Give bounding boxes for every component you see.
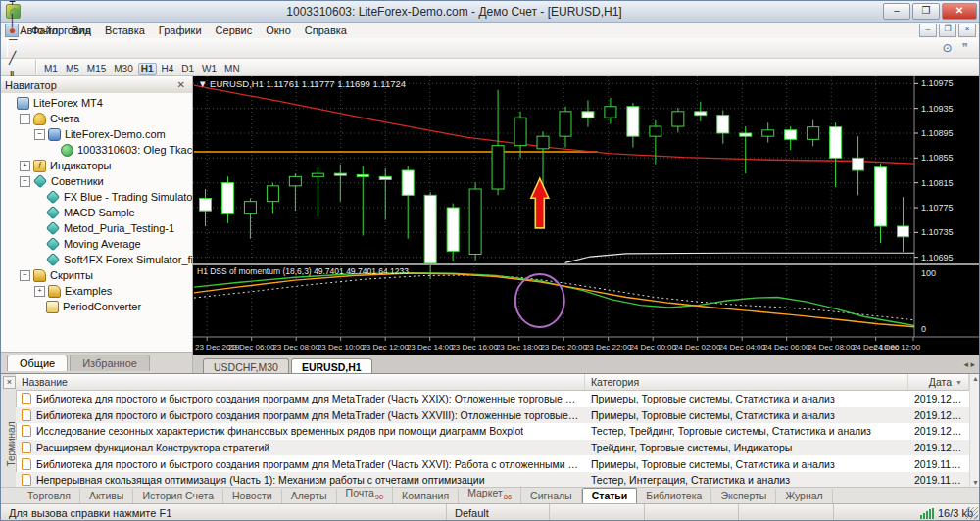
tree-item[interactable]: PeriodConverter: [1, 299, 192, 314]
candlestick[interactable]: [289, 176, 301, 186]
candlestick[interactable]: [244, 202, 256, 214]
horizontal-line-button[interactable]: ─: [5, 30, 31, 49]
timeframe-w1-button[interactable]: W1: [199, 63, 220, 75]
mdi-close-button[interactable]: ×: [958, 24, 976, 37]
article-row[interactable]: Исследование сезонных характеристик фина…: [16, 423, 969, 440]
status-profile[interactable]: Default: [447, 504, 550, 521]
candlestick[interactable]: [221, 183, 233, 214]
navigator-tab-общие[interactable]: Общие: [7, 355, 68, 371]
mdi-minimize-button[interactable]: –: [919, 24, 937, 37]
column-header-date[interactable]: Дата▼: [908, 374, 969, 390]
article-row[interactable]: Непрерывная скользящая оптимизация (Част…: [16, 472, 969, 487]
article-row[interactable]: Расширяем функционал Конструктора страте…: [16, 440, 969, 456]
chart-tab-usdchf-m30[interactable]: USDCHF,M30: [203, 358, 289, 374]
candlestick[interactable]: [334, 173, 346, 175]
terminal-tab-алерты[interactable]: Алерты: [282, 489, 337, 503]
article-title[interactable]: Непрерывная скользящая оптимизация (Част…: [16, 474, 585, 486]
candlestick[interactable]: [853, 158, 864, 170]
terminal-tab-эксперты[interactable]: Эксперты: [711, 489, 776, 503]
candlestick[interactable]: [424, 195, 436, 263]
candlestick[interactable]: [312, 173, 323, 176]
menu-сервис[interactable]: Сервис: [209, 24, 260, 37]
tree-item[interactable]: LiteForex MT4: [1, 95, 192, 111]
timeframe-h1-button[interactable]: H1: [138, 63, 157, 75]
candlestick[interactable]: [830, 127, 842, 159]
minimize-button[interactable]: –: [883, 3, 910, 20]
candlestick[interactable]: [875, 167, 887, 226]
candlestick[interactable]: [582, 112, 594, 118]
tree-item[interactable]: Moving Average: [1, 236, 192, 252]
tree-item[interactable]: Metod_Puria_Testing-1: [1, 220, 192, 236]
candlestick[interactable]: [514, 118, 526, 146]
candlestick[interactable]: [357, 174, 368, 176]
search-button[interactable]: ⊙: [938, 39, 956, 58]
candlestick[interactable]: [267, 186, 278, 202]
price-chart[interactable]: 1.109751.109351.108951.108551.108151.107…: [193, 76, 980, 355]
timeframe-h4-button[interactable]: H4: [159, 63, 177, 75]
candlestick[interactable]: [650, 126, 662, 136]
terminal-tab-компания[interactable]: Компания: [393, 489, 459, 503]
terminal-tab-маркет[interactable]: Маркет86: [459, 486, 521, 503]
timeframe-d1-button[interactable]: D1: [178, 63, 197, 75]
candlestick[interactable]: [627, 107, 639, 136]
candlestick[interactable]: [199, 199, 211, 212]
chat-button[interactable]: ❞: [958, 39, 972, 58]
vertical-line-button[interactable]: │: [5, 12, 31, 30]
terminal-tab-сигналы[interactable]: Сигналы: [521, 489, 582, 503]
candlestick[interactable]: [695, 112, 707, 116]
resize-grip[interactable]: [966, 507, 978, 519]
article-title[interactable]: Библиотека для простого и быстрого созда…: [16, 409, 585, 421]
candlestick[interactable]: [785, 130, 797, 140]
terminal-tab-активы[interactable]: Активы: [80, 489, 134, 503]
chart-tab-scroll-arrows[interactable]: ◂ ▸: [963, 359, 975, 369]
navigator-header[interactable]: Навигатор ✕: [1, 76, 192, 94]
navigator-tab-избранное[interactable]: Избранное: [70, 355, 150, 371]
close-button[interactable]: ✕: [942, 3, 977, 20]
trendline-button[interactable]: ╱: [5, 49, 31, 68]
timeframe-m30-button[interactable]: M30: [111, 63, 135, 75]
menu-окно[interactable]: Окно: [259, 24, 298, 37]
tree-item[interactable]: Soft4FX Forex Simulator_fix: [1, 252, 192, 267]
scroll-down-icon[interactable]: ▼: [972, 479, 979, 486]
terminal-tab-новости[interactable]: Новости: [223, 489, 282, 503]
candlestick[interactable]: [469, 189, 481, 255]
collapse-icon[interactable]: −: [20, 270, 30, 281]
article-title[interactable]: Исследование сезонных характеристик фина…: [16, 425, 585, 437]
terminal-tab-торговля[interactable]: Торговля: [19, 489, 80, 503]
scroll-up-icon[interactable]: ▲: [972, 375, 979, 382]
tree-item[interactable]: +fИндикаторы: [1, 158, 192, 173]
terminal-tab-почта[interactable]: Почта90: [337, 486, 394, 503]
terminal-tab-история-счета[interactable]: История Счета: [133, 489, 223, 503]
crosshair-button[interactable]: +: [5, 0, 31, 12]
tree-item[interactable]: FX Blue - Trading Simulator v3: [1, 189, 192, 205]
timeframe-m1-button[interactable]: M1: [41, 63, 61, 75]
tree-item[interactable]: −LiteForex-Demo.com: [1, 126, 192, 142]
menu-вставка[interactable]: Вставка: [98, 24, 152, 37]
article-row[interactable]: Библиотека для простого и быстрого созда…: [16, 391, 969, 407]
candlestick[interactable]: [717, 116, 729, 133]
terminal-tab-журнал[interactable]: Журнал: [776, 489, 832, 503]
mdi-restore-button[interactable]: ❐: [939, 24, 956, 37]
menu-справка[interactable]: Справка: [298, 24, 354, 37]
candlestick[interactable]: [492, 146, 504, 189]
timeframe-m5-button[interactable]: M5: [63, 63, 82, 75]
candlestick[interactable]: [379, 176, 391, 179]
article-row[interactable]: Библиотека для простого и быстрого созда…: [16, 407, 969, 424]
candlestick[interactable]: [537, 136, 549, 149]
collapse-icon[interactable]: −: [34, 129, 45, 140]
article-title[interactable]: Библиотека для простого и быстрого созда…: [16, 458, 585, 470]
expand-icon[interactable]: +: [20, 161, 30, 171]
collapse-icon[interactable]: −: [20, 114, 30, 124]
tree-item[interactable]: −Скрипты: [1, 267, 192, 283]
terminal-tab-статьи[interactable]: Статьи: [582, 488, 638, 503]
tree-item[interactable]: 1003310603: Oleg Tkachenko-N: [1, 142, 192, 158]
column-header-name[interactable]: Название: [16, 374, 585, 390]
articles-scrollbar[interactable]: ▲ ▼: [969, 374, 980, 487]
maximize-button[interactable]: ❐: [912, 3, 940, 20]
timeframe-m15-button[interactable]: M15: [84, 63, 109, 75]
terminal-tab-библиотека[interactable]: Библиотека: [637, 489, 711, 503]
tree-item[interactable]: −Счета: [1, 111, 192, 126]
menu-графики[interactable]: Графики: [152, 24, 209, 37]
candlestick[interactable]: [605, 107, 616, 118]
article-title[interactable]: Расширяем функционал Конструктора страте…: [16, 442, 585, 453]
